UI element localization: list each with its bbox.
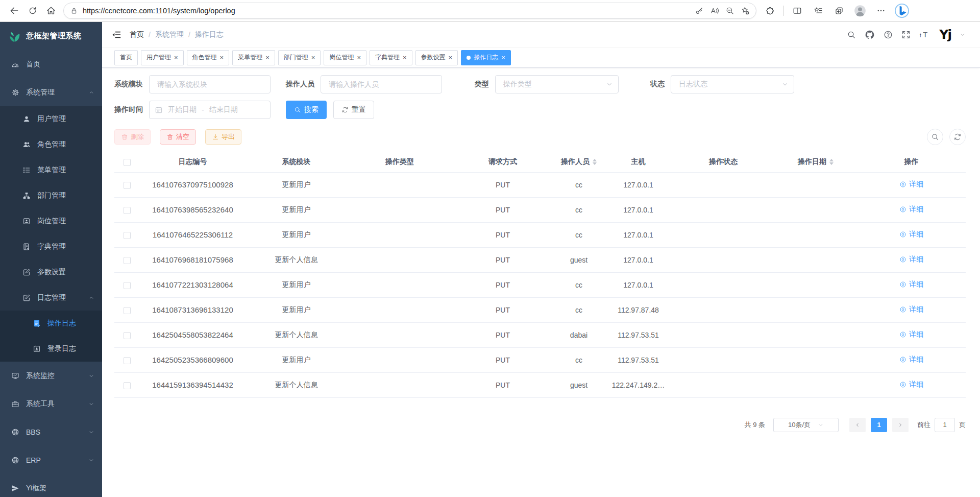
close-icon[interactable]: × (220, 54, 224, 61)
tab-oper-log[interactable]: 操作日志× (461, 50, 511, 65)
status-select[interactable]: 日志状态 (671, 75, 794, 93)
row-checkbox[interactable] (124, 257, 131, 264)
github-icon[interactable] (865, 30, 875, 40)
favorites-icon[interactable] (811, 3, 826, 18)
select-all-checkbox[interactable] (124, 159, 131, 166)
row-checkbox[interactable] (124, 332, 131, 339)
sidebar-item-erp[interactable]: ERP (0, 446, 102, 474)
tab-dict-mgmt[interactable]: 字典管理× (370, 50, 412, 65)
close-icon[interactable]: × (311, 54, 315, 61)
user-avatar-logo[interactable]: Yj (939, 27, 951, 42)
user-menu-caret-icon[interactable] (960, 32, 966, 38)
detail-link[interactable]: 详细 (899, 380, 923, 389)
profile-avatar[interactable] (852, 3, 868, 18)
tab-dept-mgmt[interactable]: 部门管理× (278, 50, 321, 65)
address-bar[interactable]: https://ccnetcore.com:1101/system/log/op… (63, 3, 756, 19)
detail-link[interactable]: 详细 (899, 180, 923, 189)
sidebar-item-menu-mgmt[interactable]: 菜单管理 (0, 157, 102, 183)
add-favorite-icon[interactable] (738, 4, 753, 18)
collections-icon[interactable] (831, 3, 847, 18)
goto-page-input[interactable] (935, 418, 955, 432)
type-select[interactable]: 操作类型 (495, 75, 619, 93)
row-checkbox[interactable] (124, 382, 131, 389)
copilot-bing-icon[interactable] (894, 3, 910, 18)
sidebar-item-dept-mgmt[interactable]: 部门管理 (0, 183, 102, 208)
reset-button[interactable]: 重置 (333, 101, 374, 119)
row-checkbox[interactable] (124, 232, 131, 239)
operator-input[interactable] (321, 75, 442, 93)
export-button[interactable]: 导出 (205, 129, 241, 145)
sidebar-item-home[interactable]: 首页 (0, 50, 102, 78)
sidebar-item-dict-mgmt[interactable]: 字典管理 (0, 234, 102, 259)
collapse-sidebar-button[interactable] (111, 30, 121, 40)
zoom-out-icon[interactable] (722, 4, 738, 18)
next-page-button[interactable] (892, 418, 909, 432)
detail-link[interactable]: 详细 (899, 230, 923, 239)
sidebar-item-yi-framework[interactable]: Yi框架 (0, 474, 102, 497)
page-number-current[interactable]: 1 (871, 418, 887, 432)
row-checkbox[interactable] (124, 307, 131, 314)
more-menu-icon[interactable] (873, 3, 889, 18)
row-checkbox[interactable] (124, 282, 131, 289)
breadcrumb-home[interactable]: 首页 (130, 30, 144, 39)
close-icon[interactable]: × (357, 54, 361, 61)
sort-caret[interactable] (593, 157, 597, 167)
row-checkbox[interactable] (124, 207, 131, 214)
close-icon[interactable]: × (265, 54, 270, 61)
delete-button[interactable]: 删除 (114, 129, 151, 145)
page-size-select[interactable]: 10条/页 (773, 418, 839, 432)
url-text[interactable]: https://ccnetcore.com:1101/system/log/op… (83, 7, 692, 15)
clear-button[interactable]: 清空 (160, 129, 196, 145)
module-input[interactable] (149, 75, 271, 93)
sidebar-item-post-mgmt[interactable]: 岗位管理 (0, 208, 102, 234)
close-icon[interactable]: × (501, 54, 505, 61)
detail-link[interactable]: 详细 (899, 330, 923, 339)
font-size-icon[interactable] (919, 29, 930, 40)
browser-back-button[interactable] (5, 2, 23, 19)
sidebar-item-system-monitor[interactable]: 系统监控 (0, 362, 102, 390)
detail-link[interactable]: 详细 (899, 280, 923, 289)
table-refresh-button[interactable] (949, 129, 966, 145)
password-key-icon[interactable] (692, 4, 707, 18)
sidebar-item-log-mgmt[interactable]: 日志管理 (0, 285, 102, 311)
fullscreen-icon[interactable] (901, 30, 911, 39)
table-search-toggle-button[interactable] (927, 129, 943, 145)
tab-post-mgmt[interactable]: 岗位管理× (324, 50, 366, 65)
row-checkbox[interactable] (124, 357, 131, 364)
browser-home-button[interactable] (42, 2, 60, 19)
close-icon[interactable]: × (403, 54, 407, 61)
col-date[interactable]: 操作日期 (774, 152, 857, 172)
sidebar-item-user-mgmt[interactable]: 用户管理 (0, 106, 102, 132)
split-screen-icon[interactable] (790, 3, 805, 18)
col-operator[interactable]: 操作人员 (553, 152, 604, 172)
tab-param-settings[interactable]: 参数设置× (415, 50, 458, 65)
detail-link[interactable]: 详细 (899, 205, 923, 214)
sidebar-item-param-settings[interactable]: 参数设置 (0, 259, 102, 285)
prev-page-button[interactable] (849, 418, 866, 432)
tab-role-mgmt[interactable]: 角色管理× (187, 50, 230, 65)
sidebar-item-system-tools[interactable]: 系统工具 (0, 390, 102, 418)
close-icon[interactable]: × (449, 54, 453, 61)
detail-link[interactable]: 详细 (899, 355, 923, 364)
sidebar-item-login-log[interactable]: 登录日志 (0, 336, 102, 362)
lock-icon[interactable] (70, 7, 78, 15)
header-search-icon[interactable] (847, 30, 856, 39)
help-icon[interactable] (884, 30, 893, 39)
browser-refresh-button[interactable] (23, 2, 42, 19)
read-aloud-icon[interactable] (707, 4, 722, 18)
sidebar-item-system-mgmt[interactable]: 系统管理 (0, 78, 102, 106)
row-checkbox[interactable] (124, 182, 131, 189)
sidebar-item-role-mgmt[interactable]: 角色管理 (0, 132, 102, 157)
close-icon[interactable]: × (174, 54, 178, 61)
sidebar-item-oper-log[interactable]: 操作日志 (0, 311, 102, 336)
tab-user-mgmt[interactable]: 用户管理× (141, 50, 184, 65)
tab-home[interactable]: 首页 (114, 50, 138, 65)
detail-link[interactable]: 详细 (899, 255, 923, 264)
extensions-icon[interactable] (763, 3, 778, 18)
tab-menu-mgmt[interactable]: 菜单管理× (232, 50, 275, 65)
date-range-picker[interactable]: 开始日期 - 结束日期 (149, 101, 271, 119)
detail-link[interactable]: 详细 (899, 305, 923, 314)
sort-caret[interactable] (829, 157, 834, 167)
sidebar-item-bbs[interactable]: BBS (0, 418, 102, 446)
search-button[interactable]: 搜索 (286, 101, 327, 119)
